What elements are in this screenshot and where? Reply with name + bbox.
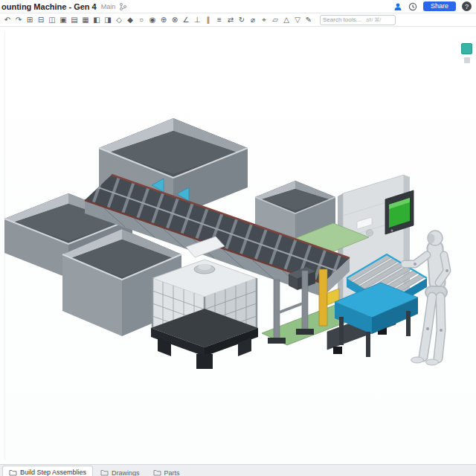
- branch-icon[interactable]: [120, 3, 126, 10]
- triangle-up-icon[interactable]: △: [282, 15, 291, 25]
- tab-drawings[interactable]: Drawings: [94, 467, 146, 476]
- sphere-icon[interactable]: ○: [137, 15, 146, 25]
- collaborators-icon[interactable]: [393, 2, 402, 11]
- circular-pattern-icon[interactable]: ▦: [81, 15, 90, 25]
- intersect-icon[interactable]: ⊗: [170, 15, 179, 25]
- parallel-icon[interactable]: ∥: [204, 15, 213, 25]
- remove-icon[interactable]: ⊟: [36, 15, 45, 25]
- search-shortcut-hint: alt/ ⌘/: [366, 17, 381, 23]
- group-icon[interactable]: ▣: [59, 15, 68, 25]
- tab-label: Build Step Assemblies: [20, 469, 86, 476]
- mate-icon[interactable]: ◫: [48, 15, 57, 25]
- replicate-icon[interactable]: ◧: [92, 15, 101, 25]
- branch-label[interactable]: Main: [101, 3, 116, 10]
- help-icon[interactable]: ?: [462, 1, 472, 11]
- assembly-toolbar: ↶ ↷ ⊞ ⊟ ◫ ▣ ▤ ▦ ◧ ◨ ◇ ◆ ○ ◉ ⊕ ⊗ ∠ ⊥ ∥ ≡ …: [0, 13, 476, 27]
- linear-pattern-icon[interactable]: ▤: [70, 15, 79, 25]
- folder-icon: [9, 469, 17, 476]
- triangle-down-icon[interactable]: ▽: [293, 15, 302, 25]
- graphics-area[interactable]: [0, 27, 476, 464]
- part-icon[interactable]: ◆: [126, 15, 135, 25]
- boolean-icon[interactable]: ⊕: [159, 15, 168, 25]
- tab-label: Parts: [164, 469, 180, 476]
- element-tab-bar: Build Step Assemblies Drawings Parts: [0, 464, 476, 476]
- rotate-icon[interactable]: ↻: [237, 15, 246, 25]
- edit-icon[interactable]: ✎: [304, 15, 313, 25]
- ibc-tote[interactable]: [151, 260, 258, 369]
- mirror-icon[interactable]: ◨: [103, 15, 112, 25]
- angle-icon[interactable]: ∠: [181, 15, 190, 25]
- undo-icon[interactable]: ↶: [3, 15, 12, 25]
- search-tools-box[interactable]: alt/ ⌘/: [320, 15, 396, 25]
- title-bar: ounting Machine - Gen 4 Main Share ?: [0, 0, 476, 13]
- swap-icon[interactable]: ⇄: [226, 15, 235, 25]
- target-icon[interactable]: ⌖: [260, 15, 268, 25]
- redo-icon[interactable]: ↷: [14, 15, 23, 25]
- equal-icon[interactable]: ≡: [215, 15, 224, 25]
- view-cube-icon[interactable]: [461, 43, 472, 54]
- plane-icon[interactable]: ▱: [271, 15, 280, 25]
- folder-icon: [100, 469, 109, 476]
- document-title: ounting Machine - Gen 4: [1, 2, 97, 11]
- 3d-viewport[interactable]: [0, 27, 476, 464]
- nav-handle-icon[interactable]: [464, 57, 470, 63]
- sketch-icon[interactable]: ◇: [115, 15, 123, 25]
- tab-parts[interactable]: Parts: [147, 467, 186, 476]
- perpendicular-icon[interactable]: ⊥: [193, 15, 202, 25]
- history-icon[interactable]: [408, 2, 417, 11]
- tab-label: Drawings: [112, 469, 140, 476]
- search-tools-input[interactable]: [323, 16, 364, 23]
- revolve-icon[interactable]: ◉: [148, 15, 157, 25]
- share-button[interactable]: Share: [423, 1, 456, 11]
- folder-icon: [153, 469, 161, 476]
- diameter-icon[interactable]: ⌀: [248, 15, 257, 25]
- tab-build-step-assemblies[interactable]: Build Step Assemblies: [2, 466, 93, 476]
- insert-icon[interactable]: ⊞: [25, 15, 34, 25]
